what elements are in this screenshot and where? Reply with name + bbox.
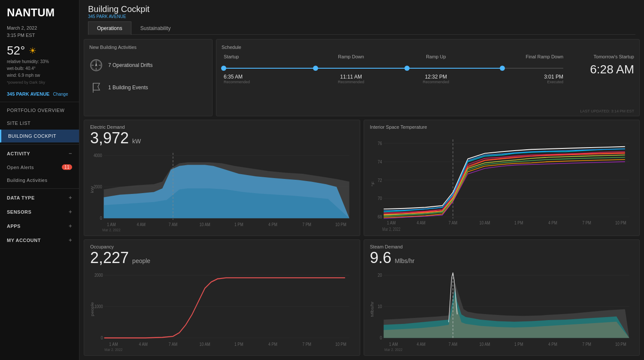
tab-bar: Operations Sustainability	[88, 21, 635, 35]
interior-temp-title: Interior Space Temperature	[370, 124, 634, 130]
schedule-dot-3	[404, 66, 410, 71]
svg-text:Mar 2, 2022: Mar 2, 2022	[104, 347, 122, 351]
sidebar-weather: 52° ☀ relative humidity: 33% wet-bulb: 4…	[0, 42, 79, 88]
svg-text:Mlbs/hr: Mlbs/hr	[370, 301, 374, 317]
svg-text:people: people	[90, 302, 94, 316]
svg-text:4 AM: 4 AM	[416, 220, 425, 225]
svg-text:4 AM: 4 AM	[416, 342, 425, 347]
schedule-time-value-1: 6:35 AM	[224, 74, 309, 80]
svg-text:4000: 4000	[94, 153, 102, 158]
page-subtitle: 345 PARK AVENUE	[88, 14, 635, 19]
svg-text:4 AM: 4 AM	[137, 222, 146, 227]
svg-text:74: 74	[377, 159, 382, 164]
sidebar-item-cockpit[interactable]: BUILDING COCKPIT	[0, 130, 79, 142]
interior-temp-card: Interior Space Temperature 76 74 72 70 6…	[364, 120, 640, 236]
svg-text:10 AM: 10 AM	[479, 220, 490, 225]
sidebar-item-alerts[interactable]: Open Alerts 11	[0, 160, 79, 174]
schedule-title: Schedule	[222, 45, 634, 50]
sidebar-item-sitelist[interactable]: SITE LIST	[0, 117, 79, 130]
weather-wetbulb: wet-bulb: 40.4°	[7, 65, 72, 72]
content-area: New Building Activities 7 Op	[79, 35, 644, 360]
svg-text:4 PM: 4 PM	[548, 342, 557, 347]
schedule-time-note-1: Recommended	[224, 80, 309, 84]
tomorrow-label: Tomorrow's Startup	[574, 54, 634, 59]
sidebar-item-activity[interactable]: ACTIVITY −	[0, 146, 79, 160]
plus-icon: +	[69, 194, 72, 201]
svg-text:7 AM: 7 AM	[169, 342, 177, 347]
page-title: Building Cockpit	[88, 4, 635, 14]
sidebar-item-myaccount[interactable]: MY ACCOUNT +	[0, 233, 79, 247]
svg-text:Mar 2, 2022: Mar 2, 2022	[384, 347, 402, 351]
plus-icon: +	[69, 209, 72, 215]
electric-demand-chart: 4000 2000 0 kW	[90, 148, 354, 231]
sidebar-item-label: PORTFOLIO OVERVIEW	[7, 108, 65, 113]
sidebar-item-apps[interactable]: APPS +	[0, 219, 79, 233]
schedule-time-item-4: 3:01 PM Executed	[478, 74, 563, 84]
svg-text:1 AM: 1 AM	[109, 342, 118, 347]
schedule-time-note-2: Recommended	[309, 80, 394, 84]
svg-text:7 PM: 7 PM	[302, 342, 311, 347]
sidebar-time: 3:15 PM EST	[7, 32, 72, 39]
sidebar-item-sensors[interactable]: SENSORS +	[0, 205, 79, 219]
minus-icon: −	[69, 150, 72, 157]
sun-icon: ☀	[27, 45, 38, 56]
location-change-button[interactable]: Change	[53, 92, 68, 97]
main-content: Building Cockpit 345 PARK AVENUE Operati…	[79, 0, 644, 360]
occupancy-title: Occupancy	[90, 244, 354, 249]
sidebar-item-building-activities[interactable]: Building Activities	[0, 174, 79, 187]
schedule-card: Schedule Startup Ramp Down Ramp Up Final…	[216, 39, 640, 116]
svg-text:°F: °F	[371, 182, 375, 187]
svg-text:Mar 2, 2022: Mar 2, 2022	[102, 227, 120, 231]
steam-demand-unit: Mlbs/hr	[395, 257, 415, 264]
schedule-time-value-2: 11:11 AM	[309, 74, 394, 80]
svg-text:0: 0	[380, 335, 382, 340]
svg-text:NANTUM: NANTUM	[7, 6, 54, 18]
sidebar-item-datatype[interactable]: DATA TYPE +	[0, 191, 79, 205]
app-logo: NANTUM	[0, 0, 79, 23]
sidebar-item-label: Building Activities	[7, 178, 48, 183]
sidebar-item-label: ACTIVITY	[7, 151, 30, 156]
weather-temp: 52°	[7, 44, 25, 57]
schedule-time-value-3: 12:32 PM	[394, 74, 479, 80]
occupancy-card: Occupancy 2,227 people 2000 1000 0 peopl…	[84, 239, 360, 356]
steam-demand-title: Steam Demand	[370, 244, 634, 249]
svg-marker-7	[95, 62, 97, 67]
schedule-dot-4	[500, 66, 505, 71]
svg-text:76: 76	[377, 141, 382, 146]
sidebar: NANTUM March 2, 2022 3:15 PM EST 52° ☀ r…	[0, 0, 79, 360]
alerts-badge: 11	[62, 164, 72, 170]
activity-drifts[interactable]: 7 Operational Drifts	[89, 58, 207, 72]
svg-text:kW: kW	[90, 186, 94, 193]
svg-text:20: 20	[377, 272, 382, 278]
weather-powered: *powered by Dark Sky	[7, 80, 72, 85]
sidebar-item-portfolio[interactable]: PORTFOLIO OVERVIEW	[0, 104, 79, 117]
svg-text:1 PM: 1 PM	[514, 342, 523, 347]
activity-events[interactable]: 1 Building Events	[89, 81, 207, 94]
svg-text:0: 0	[100, 215, 102, 221]
tab-sustainability[interactable]: Sustainability	[131, 21, 180, 35]
svg-text:1 AM: 1 AM	[387, 220, 395, 225]
schedule-label-finalramp: Final Ramp Down	[478, 54, 563, 59]
svg-text:10 AM: 10 AM	[479, 342, 490, 347]
svg-text:2000: 2000	[94, 184, 102, 189]
svg-text:Mar 2, 2022: Mar 2, 2022	[382, 227, 400, 231]
tab-operations[interactable]: Operations	[88, 21, 131, 35]
schedule-time-value-4: 3:01 PM	[478, 74, 563, 80]
sidebar-datetime: March 2, 2022 3:15 PM EST	[0, 23, 79, 42]
svg-text:7 PM: 7 PM	[582, 220, 591, 225]
tomorrow-startup: Tomorrow's Startup 6:28 AM	[565, 54, 634, 76]
schedule-time-item-1: 6:35 AM Recommended	[224, 74, 309, 84]
svg-text:70: 70	[377, 196, 382, 201]
electric-demand-title: Electric Demand	[90, 124, 354, 130]
operational-drifts-label: 7 Operational Drifts	[108, 62, 152, 68]
svg-text:7 AM: 7 AM	[448, 342, 457, 347]
electric-demand-unit: kW	[132, 138, 141, 145]
svg-text:7 PM: 7 PM	[582, 342, 591, 347]
flag-icon	[89, 81, 103, 94]
sidebar-item-label: SITE LIST	[7, 121, 30, 126]
svg-text:0: 0	[101, 335, 103, 340]
svg-text:10 PM: 10 PM	[335, 222, 346, 227]
svg-text:10 AM: 10 AM	[200, 222, 210, 227]
svg-text:1 PM: 1 PM	[514, 220, 523, 225]
svg-text:4 AM: 4 AM	[139, 342, 148, 347]
